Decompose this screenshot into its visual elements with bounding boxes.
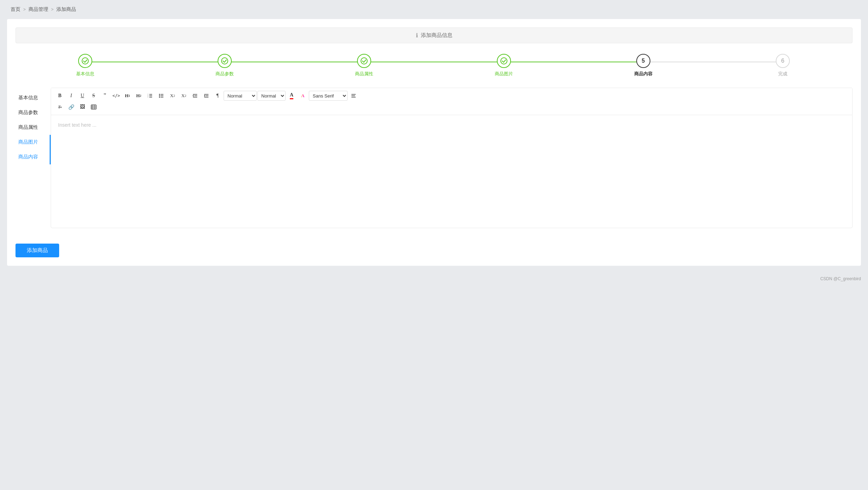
- image-button[interactable]: 🖼: [77, 102, 88, 112]
- sidebar-item-images[interactable]: 商品图片: [15, 135, 51, 150]
- editor-content[interactable]: Insert text here ...: [51, 115, 852, 228]
- step-2: 商品参数: [155, 54, 294, 77]
- paragraph-style-select[interactable]: Normal Heading 1 Heading 2 Heading 3: [224, 91, 257, 101]
- video-button[interactable]: [88, 102, 99, 112]
- strikethrough-button[interactable]: S: [88, 91, 99, 101]
- breadcrumb-level2[interactable]: 商品管理: [29, 6, 48, 13]
- breadcrumb: 首页 > 商品管理 > 添加商品: [0, 0, 868, 19]
- step-circle-6: 6: [776, 54, 790, 68]
- content-area: 基本信息 商品参数 商品属性 商品图片 商品内容 B I U S ": [15, 88, 853, 228]
- add-product-button[interactable]: 添加商品: [15, 244, 59, 257]
- ordered-list-button[interactable]: 123: [145, 91, 155, 101]
- clear-format-button[interactable]: Tx: [55, 102, 65, 112]
- breadcrumb-sep2: >: [51, 7, 54, 12]
- link-button[interactable]: 🔗: [66, 102, 76, 112]
- toolbar-row2: Tx 🔗 🖼: [55, 102, 849, 112]
- breadcrumb-sep1: >: [23, 7, 26, 12]
- step-1: 基本信息: [15, 54, 155, 77]
- svg-point-2: [361, 58, 367, 64]
- step-label-4: 商品图片: [495, 71, 513, 77]
- font-family-select[interactable]: Sans Serif Serif Monospace: [309, 91, 348, 101]
- step-label-5: 商品内容: [634, 71, 652, 77]
- step-4: 商品图片: [434, 54, 574, 77]
- sidebar-item-attr[interactable]: 商品属性: [15, 120, 51, 135]
- info-header: ℹ 添加商品信息: [15, 27, 853, 43]
- sidebar-item-params[interactable]: 商品参数: [15, 105, 51, 120]
- info-title: 添加商品信息: [421, 32, 452, 39]
- step-label-1: 基本信息: [76, 71, 94, 77]
- h2-button[interactable]: H2: [133, 91, 144, 101]
- svg-point-0: [82, 58, 88, 64]
- italic-button[interactable]: I: [66, 91, 76, 101]
- svg-text:3: 3: [148, 96, 148, 98]
- breadcrumb-current: 添加商品: [56, 6, 76, 13]
- highlight-button[interactable]: A: [298, 91, 308, 101]
- breadcrumb-home[interactable]: 首页: [11, 6, 20, 13]
- step-label-3: 商品属性: [355, 71, 373, 77]
- step-6: 6 完成: [713, 54, 853, 77]
- editor-wrapper: B I U S " </> H1 H2 123: [51, 88, 853, 228]
- subscript-button[interactable]: X2: [167, 91, 178, 101]
- step-circle-3: [357, 54, 371, 68]
- editor-toolbar: B I U S " </> H1 H2 123: [51, 88, 852, 115]
- unordered-list-button[interactable]: [156, 91, 167, 101]
- main-card: ℹ 添加商品信息 基本信息 商品参数 商品属性: [7, 19, 861, 266]
- bold-button[interactable]: B: [55, 91, 65, 101]
- blockquote-button[interactable]: ": [100, 91, 110, 101]
- step-5: 5 商品内容: [574, 54, 713, 77]
- info-icon: ℹ: [416, 32, 418, 39]
- step-label-2: 商品参数: [216, 71, 234, 77]
- indent-decrease-button[interactable]: [190, 91, 200, 101]
- svg-point-1: [221, 58, 228, 64]
- align-button[interactable]: [348, 91, 359, 101]
- sidebar-item-basic[interactable]: 基本信息: [15, 90, 51, 105]
- add-button-container: 添加商品: [15, 235, 853, 257]
- sidebar-item-content[interactable]: 商品内容: [15, 150, 51, 164]
- svg-point-3: [501, 58, 507, 64]
- editor-placeholder: Insert text here ...: [58, 122, 96, 128]
- step-circle-2: [218, 54, 232, 68]
- step-circle-1: [78, 54, 92, 68]
- footer-watermark: CSDN @C_greenbird: [0, 273, 868, 285]
- superscript-button[interactable]: X2: [179, 91, 189, 101]
- step-circle-4: [497, 54, 511, 68]
- svg-point-15: [159, 97, 160, 98]
- svg-rect-25: [91, 105, 96, 109]
- direction-button[interactable]: ¶: [212, 91, 223, 101]
- svg-point-13: [159, 94, 160, 95]
- underline-button[interactable]: U: [77, 91, 88, 101]
- indent-increase-button[interactable]: [201, 91, 212, 101]
- svg-point-14: [159, 95, 160, 96]
- step-3: 商品属性: [294, 54, 434, 77]
- font-color-button[interactable]: A: [286, 91, 297, 101]
- step-label-6: 完成: [778, 71, 787, 77]
- font-size-select[interactable]: Normal Large Small: [257, 91, 286, 101]
- steps-container: 基本信息 商品参数 商品属性 商品图片: [15, 54, 853, 77]
- h1-button[interactable]: H1: [122, 91, 133, 101]
- step-circle-5: 5: [636, 54, 650, 68]
- code-button[interactable]: </>: [111, 91, 121, 101]
- sidebar-nav: 基本信息 商品参数 商品属性 商品图片 商品内容: [15, 88, 51, 228]
